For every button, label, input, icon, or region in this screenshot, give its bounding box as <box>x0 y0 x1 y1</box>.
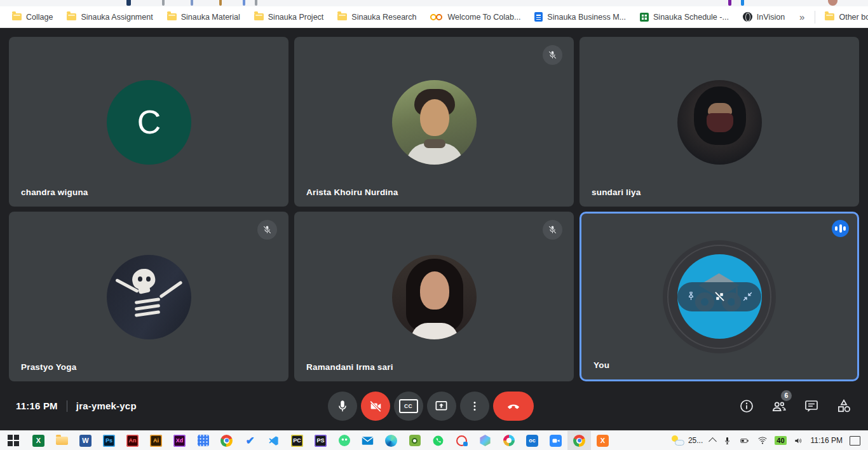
taskbar-chrome-active[interactable] <box>567 431 591 450</box>
taskbar-oc-app[interactable]: oc <box>520 431 544 450</box>
oc-app-icon: oc <box>526 435 538 447</box>
other-bookmarks-button[interactable]: Other bookmarks <box>818 9 868 25</box>
avatar-photo <box>392 255 477 339</box>
taskbar-photoshop[interactable]: Ps <box>97 431 121 450</box>
word-icon: W <box>79 435 92 447</box>
edge-icon <box>385 435 397 447</box>
bookmarks-overflow-chevron[interactable]: » <box>792 11 812 22</box>
taskbar-animate[interactable]: An <box>121 431 144 450</box>
tray-volume-icon[interactable] <box>794 436 804 446</box>
bookmark-sinauka-schedule[interactable]: Sinauka Schedule -... <box>633 9 736 25</box>
mic-icon <box>336 399 349 413</box>
participant-tile-chandra-wiguna[interactable]: C chandra wiguna <box>9 37 288 207</box>
bookmark-invision[interactable]: InVision <box>736 9 792 25</box>
taskbar-word[interactable]: W <box>74 431 97 450</box>
taskbar-chrome[interactable] <box>215 431 238 450</box>
camera-off-button[interactable] <box>361 392 390 421</box>
avatar-detail <box>708 103 732 114</box>
taskbar-whatsapp[interactable] <box>426 431 450 450</box>
taskbar-phpstorm[interactable]: PS <box>309 431 332 450</box>
browser-profile-avatar[interactable] <box>828 0 837 6</box>
chrome-icon <box>573 435 585 447</box>
participant-tile-ramandani-irma-sari[interactable]: Ramandani Irma sari <box>294 212 574 381</box>
photoshop-icon: Ps <box>103 435 115 447</box>
taskbar-illustrator[interactable]: Ai <box>144 431 168 450</box>
activities-icon <box>836 398 852 414</box>
android-icon <box>339 435 350 446</box>
taskbar-pycharm[interactable]: PC <box>285 431 309 450</box>
avatar-detail <box>159 280 182 298</box>
participant-tile-prastyo-yoga[interactable]: Prastyo Yoga <box>9 212 288 381</box>
captions-icon: CC <box>399 399 418 413</box>
bookmark-welcome-to-colab[interactable]: Welcome To Colab... <box>423 9 527 25</box>
tray-expand-chevron-icon[interactable] <box>709 437 717 446</box>
bookmark-sinauka-research[interactable]: Sinauka Research <box>330 9 423 25</box>
bookmark-collage[interactable]: Collage <box>5 9 60 25</box>
bookmark-label: InVision <box>757 9 785 25</box>
participant-tile-you[interactable]: You <box>580 212 859 381</box>
battery-percent-badge[interactable]: 40 <box>775 436 786 445</box>
tray-battery-icon[interactable] <box>739 436 750 446</box>
tray-wifi-icon[interactable] <box>757 436 768 445</box>
end-call-button[interactable] <box>493 392 534 421</box>
taskbar-screen-recorder[interactable] <box>450 431 473 450</box>
taskbar-android[interactable] <box>332 431 356 450</box>
bookmark-label: Sinauka Assignment <box>81 9 153 25</box>
taskbar-file-explorer[interactable] <box>50 431 74 450</box>
mic-muted-badge <box>257 220 277 240</box>
bookmark-sinauka-assignment[interactable]: Sinauka Assignment <box>60 9 159 25</box>
taskbar-video-call-app[interactable] <box>544 431 567 450</box>
present-button[interactable] <box>427 392 456 421</box>
taskbar-xampp[interactable]: X <box>591 431 614 450</box>
taskbar-edge[interactable] <box>379 431 403 450</box>
calendar-icon <box>198 435 209 446</box>
weather-widget[interactable]: 25... <box>671 435 703 446</box>
taskbar-vscode[interactable] <box>262 431 285 450</box>
taskbar-excel[interactable]: X <box>27 431 50 450</box>
participants-button[interactable]: 6 <box>771 398 787 414</box>
mic-muted-badge <box>543 45 562 65</box>
avatar-detail <box>135 297 160 304</box>
bookmark-sinauka-material[interactable]: Sinauka Material <box>160 9 247 25</box>
more-options-button[interactable] <box>460 392 489 421</box>
check-icon: ✔ <box>245 434 254 447</box>
tray-mic-icon[interactable] <box>722 436 732 446</box>
chat-button[interactable] <box>803 398 820 414</box>
avatar-detail <box>707 113 733 132</box>
taskbar-clock[interactable]: 11:16 PM <box>811 436 843 445</box>
bookmark-sinauka-business[interactable]: Sinauka Business M... <box>527 9 633 25</box>
taskbar-prism-app[interactable] <box>473 431 497 450</box>
taskbar-mail[interactable] <box>356 431 379 450</box>
taskbar-slack[interactable] <box>497 431 520 450</box>
mic-off-icon <box>547 50 558 60</box>
folder-icon <box>67 13 76 20</box>
participant-name: Ramandani Irma sari <box>306 362 393 372</box>
mic-off-icon <box>547 224 558 235</box>
activities-button[interactable] <box>836 398 852 414</box>
participant-tile-sundari-liya[interactable]: sundari liya <box>580 37 859 207</box>
clock-time: 11:16 PM <box>16 400 58 411</box>
minimize-icon[interactable] <box>742 290 754 303</box>
taskbar-todo[interactable]: ✔ <box>238 431 262 450</box>
more-vertical-icon <box>468 400 481 412</box>
pycharm-icon: PC <box>291 435 303 447</box>
bookmark-label: Collage <box>26 9 53 25</box>
start-button[interactable] <box>0 431 27 450</box>
pin-icon[interactable] <box>685 290 697 303</box>
extension-icon[interactable] <box>741 0 744 6</box>
taskbar-adobe-xd[interactable]: Xd <box>168 431 191 450</box>
bookmark-sinauka-project[interactable]: Sinauka Project <box>247 9 331 25</box>
meeting-details-button[interactable] <box>738 398 755 414</box>
video-call-app-icon <box>550 435 562 447</box>
extension-icon[interactable] <box>728 0 731 6</box>
taskbar-calendar[interactable] <box>191 431 215 450</box>
toolbar-fragment <box>162 0 165 6</box>
taskbar-camera-app[interactable] <box>403 431 426 450</box>
xampp-icon: X <box>597 435 609 447</box>
participant-tile-arista-khoiru-nurdina[interactable]: Arista Khoiru Nurdina <box>294 37 574 207</box>
captions-button[interactable]: CC <box>394 392 423 421</box>
avatar-initial: C <box>107 80 191 165</box>
action-center-icon[interactable] <box>850 436 860 446</box>
grid-off-icon[interactable] <box>713 290 726 303</box>
microphone-button[interactable] <box>328 392 357 421</box>
